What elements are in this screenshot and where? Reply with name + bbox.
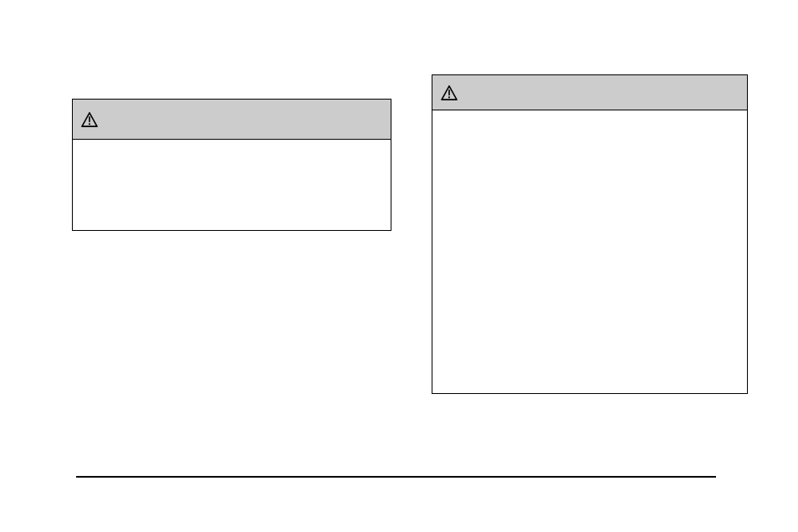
warning-box-left-body bbox=[73, 140, 391, 232]
svg-point-5 bbox=[448, 96, 450, 98]
warning-box-right bbox=[432, 74, 748, 394]
warning-box-left-header bbox=[73, 100, 391, 140]
svg-point-2 bbox=[89, 123, 90, 125]
divider-line bbox=[76, 476, 716, 478]
warning-icon bbox=[441, 85, 458, 100]
warning-box-right-header bbox=[432, 75, 747, 110]
warning-icon bbox=[81, 112, 98, 127]
warning-box-left bbox=[72, 99, 391, 231]
warning-box-right-body bbox=[432, 110, 747, 395]
page bbox=[0, 0, 798, 532]
